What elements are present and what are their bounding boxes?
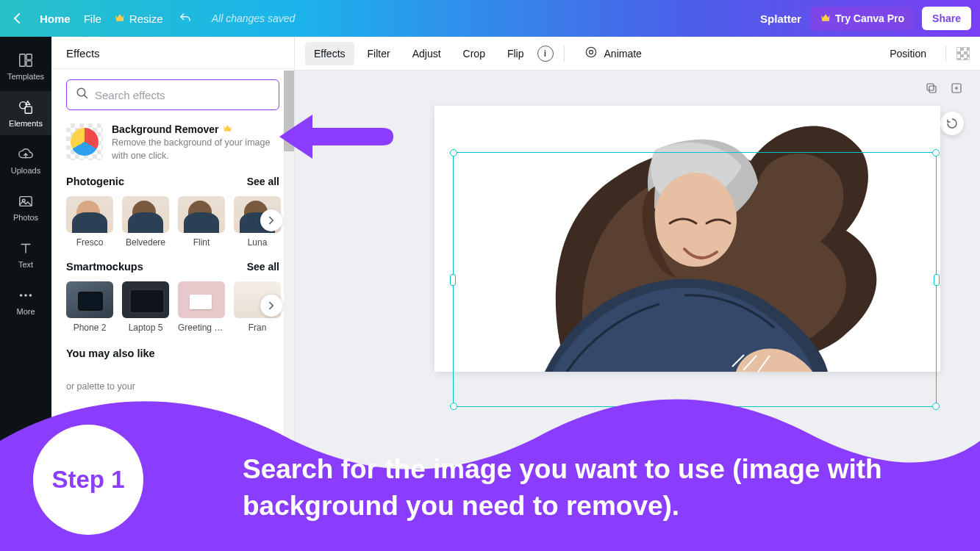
thumb-label: Greeting car... <box>178 323 225 333</box>
toolbar-effects[interactable]: Effects <box>305 42 354 65</box>
tutorial-text: Search for the image you want to use (im… <box>243 451 951 525</box>
rail-templates[interactable]: Templates <box>0 44 51 88</box>
rail-photos[interactable]: Photos <box>0 185 51 229</box>
toolbar-position[interactable]: Position <box>881 42 935 65</box>
svg-rect-13 <box>929 86 936 93</box>
search-effects-input[interactable] <box>95 89 270 101</box>
see-all-smartmockups[interactable]: See all <box>247 261 279 273</box>
rail-label: Elements <box>9 119 43 128</box>
thumb-label: Fran <box>234 323 281 333</box>
scroll-right-button[interactable] <box>260 209 282 231</box>
search-effects-input-wrap[interactable] <box>66 79 279 110</box>
resize-label: Resize <box>129 12 163 25</box>
templates-icon <box>17 51 35 69</box>
topbar: Home File Resize All changes saved Splat… <box>0 0 980 37</box>
svg-point-12 <box>589 51 593 54</box>
try-pro-button[interactable]: Try Canva Pro <box>810 7 915 31</box>
see-all-photogenic[interactable]: See all <box>247 176 279 187</box>
rail-more[interactable]: More <box>0 279 51 323</box>
home-link[interactable]: Home <box>40 12 71 25</box>
share-button[interactable]: Share <box>922 7 971 30</box>
toolbar-divider <box>564 46 565 62</box>
rail-elements[interactable]: Elements <box>0 91 51 135</box>
svg-point-11 <box>586 47 595 57</box>
thumb-label: Luna <box>234 237 281 248</box>
bg-remover-desc: Remove the background of your image with… <box>112 137 279 162</box>
smartmockups-row: Phone 2 Laptop 5 Greeting car... Fran <box>66 281 279 333</box>
effect-belvedere[interactable]: Belvedere <box>122 196 169 248</box>
info-icon[interactable]: i <box>537 46 554 62</box>
background-remover-item[interactable]: Background Remover Remove the background… <box>66 123 279 162</box>
svg-rect-1 <box>26 54 32 60</box>
undo-button[interactable] <box>176 10 194 27</box>
svg-point-9 <box>29 294 32 297</box>
svg-point-8 <box>24 294 27 297</box>
crown-icon <box>115 12 125 25</box>
effect-fresco[interactable]: Fresco <box>66 196 113 248</box>
back-button[interactable] <box>9 10 26 27</box>
rail-label: Text <box>18 260 33 269</box>
text-icon <box>17 240 35 257</box>
duplicate-page-icon[interactable] <box>924 81 939 96</box>
rail-label: Uploads <box>11 166 40 175</box>
add-page-icon[interactable] <box>949 81 964 96</box>
svg-rect-2 <box>26 61 32 66</box>
transparency-button[interactable] <box>956 47 970 60</box>
photos-icon <box>17 192 35 210</box>
mockup-phone2[interactable]: Phone 2 <box>66 281 113 333</box>
elements-icon <box>17 98 35 116</box>
design-page[interactable] <box>434 106 940 372</box>
rail-label: More <box>16 307 35 316</box>
panel-heading: Effects <box>51 37 294 69</box>
svg-rect-0 <box>20 54 25 67</box>
svg-point-10 <box>77 88 85 96</box>
svg-rect-14 <box>927 84 934 90</box>
resize-button[interactable]: Resize <box>115 12 163 25</box>
step-label: Step 1 <box>51 466 124 494</box>
rail-text[interactable]: Text <box>0 232 51 276</box>
crown-icon <box>223 123 232 135</box>
document-name[interactable]: Splatter <box>760 12 801 25</box>
scroll-right-button[interactable] <box>260 295 282 317</box>
search-icon <box>76 87 89 103</box>
section-title-smartmockups: Smartmockups <box>66 261 143 273</box>
thumb-label: Fresco <box>66 237 113 248</box>
thumb-label: Laptop 5 <box>122 323 169 333</box>
toolbar-adjust[interactable]: Adjust <box>404 42 450 65</box>
thumb-label: Belvedere <box>122 237 169 248</box>
context-toolbar: Effects Filter Adjust Crop Flip i Animat… <box>295 37 980 71</box>
toolbar-animate[interactable]: Animate <box>575 39 651 68</box>
you-may-also-like-title: You may also like <box>66 347 279 359</box>
svg-point-7 <box>20 294 23 297</box>
selected-photo[interactable] <box>434 106 940 372</box>
mockup-laptop5[interactable]: Laptop 5 <box>122 281 169 333</box>
crown-icon <box>820 12 831 25</box>
mockup-greetingcard[interactable]: Greeting car... <box>178 281 225 333</box>
rail-label: Templates <box>7 72 44 81</box>
photogenic-row: Fresco Belvedere Flint Luna <box>66 196 279 248</box>
rotate-handle[interactable] <box>940 112 964 135</box>
thumb-label: Phone 2 <box>66 323 113 333</box>
thumb-label: Flint <box>178 237 225 248</box>
toolbar-divider <box>945 46 946 62</box>
rail-label: Photos <box>13 213 38 222</box>
step-badge: Step 1 <box>33 425 143 535</box>
section-title-photogenic: Photogenic <box>66 176 124 187</box>
toolbar-filter[interactable]: Filter <box>359 42 399 65</box>
tutorial-arrow <box>279 107 397 169</box>
save-status: All changes saved <box>212 12 296 24</box>
toolbar-crop[interactable]: Crop <box>454 42 494 65</box>
try-pro-label: Try Canva Pro <box>835 12 904 24</box>
uploads-icon <box>17 145 35 163</box>
more-icon <box>17 287 35 304</box>
animate-icon <box>584 45 598 62</box>
animate-label: Animate <box>604 48 642 60</box>
toolbar-flip[interactable]: Flip <box>498 42 533 65</box>
bg-remover-icon <box>66 123 103 160</box>
rail-uploads[interactable]: Uploads <box>0 138 51 182</box>
effect-flint[interactable]: Flint <box>178 196 225 248</box>
file-menu[interactable]: File <box>84 12 101 25</box>
bg-remover-title: Background Remover <box>112 123 218 135</box>
